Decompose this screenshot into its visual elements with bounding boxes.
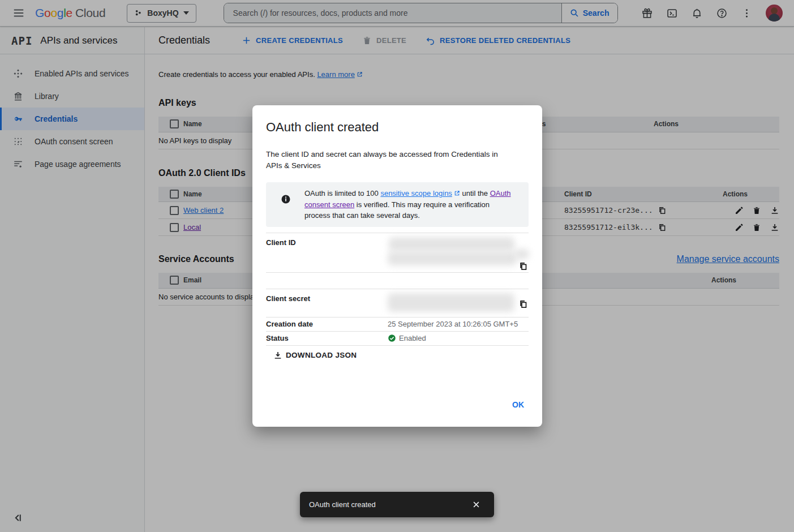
creation-date-row: Creation date 25 September 2023 at 10:26… (266, 318, 529, 332)
client-id-label: Client ID (266, 233, 388, 272)
client-secret-row: Client secret (266, 289, 529, 318)
client-secret-redacted-value (388, 289, 529, 317)
info-icon (281, 194, 291, 204)
sensitive-scope-logins-link[interactable]: sensitive scope logins (380, 189, 452, 198)
snackbar-message: OAuth client created (309, 500, 376, 509)
dialog-title: OAuth client created (266, 120, 529, 135)
notice-text-mid: until the (460, 189, 490, 198)
client-secret-label: Client secret (266, 289, 388, 317)
oauth-limit-notice: OAuth is limited to 100 sensitive scope … (266, 182, 529, 227)
creation-date-label: Creation date (266, 320, 388, 328)
creation-date-value: 25 September 2023 at 10:26:05 GMT+5 (388, 320, 529, 328)
client-id-redacted-value (388, 233, 529, 272)
notice-text-pre: OAuth is limited to 100 (304, 189, 380, 198)
check-circle-icon (388, 334, 396, 342)
oauth-client-created-dialog: OAuth client created The client ID and s… (252, 105, 542, 427)
status-row: Status Enabled (266, 332, 529, 346)
spacer-row (266, 273, 529, 289)
download-json-button[interactable]: DOWNLOAD JSON (273, 351, 357, 360)
dialog-subtitle: The client ID and secret can always be a… (266, 149, 508, 171)
client-id-row: Client ID (266, 233, 529, 273)
status-value: Enabled (399, 334, 426, 342)
download-json-label: DOWNLOAD JSON (286, 351, 357, 359)
snackbar: OAuth client created (300, 492, 494, 517)
ok-button[interactable]: OK (509, 398, 527, 411)
copy-client-id-icon[interactable] (519, 262, 527, 271)
download-icon (273, 351, 282, 360)
external-link-icon (454, 190, 460, 196)
status-label: Status (266, 334, 388, 342)
copy-client-secret-icon[interactable] (519, 300, 527, 308)
close-icon[interactable] (472, 500, 480, 509)
